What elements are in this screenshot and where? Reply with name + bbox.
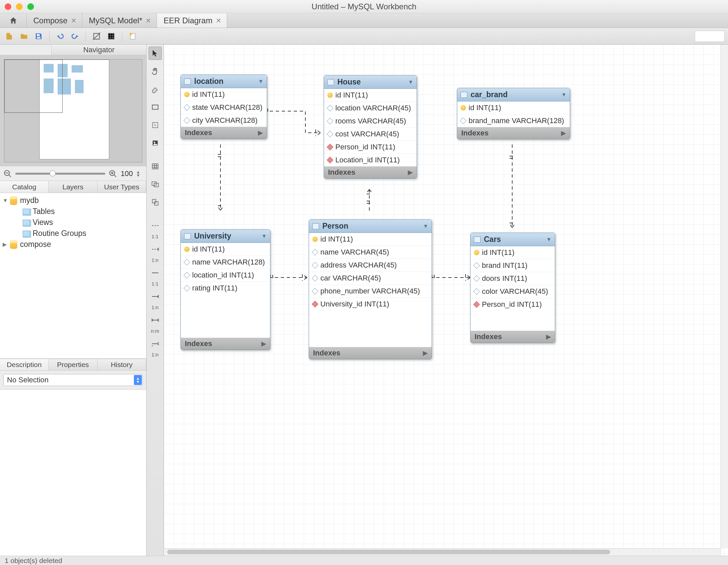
navigator-header-label: Navigator xyxy=(52,45,146,55)
column-text: id INT(11) xyxy=(469,104,501,112)
eraser-tool[interactable] xyxy=(149,83,162,96)
image-tool[interactable] xyxy=(149,137,162,150)
tree-label: Tables xyxy=(33,207,55,216)
new-table-tool[interactable] xyxy=(149,160,162,173)
toggle-grid-align-button[interactable] xyxy=(91,30,103,42)
open-file-button[interactable] xyxy=(18,30,30,42)
tree-item-compose[interactable]: ▶ compose xyxy=(3,239,144,250)
minimap-viewport[interactable] xyxy=(4,60,63,113)
properties-tab[interactable]: Properties xyxy=(49,359,97,370)
relation-n-m-tool[interactable] xyxy=(149,313,162,327)
tab-mysql-model[interactable]: MySQL Model* ✕ xyxy=(82,13,157,28)
svg-rect-0 xyxy=(37,34,40,36)
toolbar-search-input[interactable] xyxy=(695,31,725,42)
indexes-section[interactable]: Indexes▶ xyxy=(324,166,417,178)
tree-item-routine-groups[interactable]: Routine Groups xyxy=(3,228,144,239)
description-textarea[interactable] xyxy=(0,389,146,556)
catalog-tab[interactable]: Catalog xyxy=(0,181,49,193)
expand-icon: ▶ xyxy=(261,340,266,347)
column-icon xyxy=(183,259,190,266)
indexes-section[interactable]: Indexes▶ xyxy=(309,347,432,359)
close-icon[interactable]: ✕ xyxy=(216,17,221,25)
relation-1-n-id-tool[interactable] xyxy=(149,290,162,303)
note-tool[interactable]: N xyxy=(149,119,162,132)
layer-tool[interactable] xyxy=(149,101,162,114)
tree-item-views[interactable]: Views xyxy=(3,217,144,228)
close-icon[interactable]: ✕ xyxy=(146,17,151,25)
description-tab[interactable]: Description xyxy=(0,359,49,370)
relation-1-n-place-tool[interactable] xyxy=(149,337,162,350)
tool-palette: N 1:1 1:n 1:1 1:n n:m 1:n xyxy=(147,45,164,556)
indexes-section[interactable]: Indexes▶ xyxy=(457,127,570,139)
zoom-stepper[interactable]: ▲▼ xyxy=(136,170,143,177)
collapse-icon[interactable]: ▼ xyxy=(258,79,263,85)
relation-label: 1:n xyxy=(152,257,159,263)
close-window-button[interactable] xyxy=(5,3,11,10)
redo-button[interactable] xyxy=(69,30,81,42)
zoom-window-button[interactable] xyxy=(27,3,34,10)
catalog-tree[interactable]: ▼ mydb Tables Views Routine Groups ▶ com… xyxy=(0,193,146,359)
entity-name: location xyxy=(194,77,255,86)
collapse-icon[interactable]: ▼ xyxy=(546,237,551,243)
collapse-icon[interactable]: ▼ xyxy=(408,79,413,85)
layers-tab[interactable]: Layers xyxy=(49,181,97,193)
toggle-grid-button[interactable] xyxy=(105,30,117,42)
relation-1-1-id-tool[interactable] xyxy=(149,266,162,280)
hand-tool[interactable] xyxy=(149,65,162,78)
disclosure-triangle-icon[interactable]: ▼ xyxy=(3,198,7,204)
relation-icon xyxy=(151,245,160,254)
horizontal-scrollbar[interactable] xyxy=(164,548,721,556)
tab-compose[interactable]: Compose ✕ xyxy=(27,13,82,28)
diagram-minimap[interactable] xyxy=(4,59,142,162)
column-text: city VARCHAR(128) xyxy=(192,116,257,125)
relation-label: 1:n xyxy=(152,304,159,310)
column-icon xyxy=(473,288,480,295)
zoom-slider[interactable] xyxy=(15,173,105,175)
tree-item-mydb[interactable]: ▼ mydb xyxy=(3,195,144,206)
window-title: Untitled – MySQL Workbench xyxy=(312,2,417,11)
save-button[interactable] xyxy=(33,30,45,42)
relation-1-1-nonid-tool[interactable] xyxy=(149,219,162,232)
collapse-icon[interactable]: ▼ xyxy=(561,92,566,98)
indexes-section[interactable]: Indexes▶ xyxy=(181,127,267,139)
svg-rect-1 xyxy=(37,37,41,39)
entity-person[interactable]: Person▼ id INT(11) name VARCHAR(45) addr… xyxy=(309,219,432,359)
new-model-button[interactable] xyxy=(127,30,139,42)
pointer-tool[interactable] xyxy=(149,47,162,60)
tab-eer-diagram[interactable]: EER Diagram ✕ xyxy=(157,13,227,28)
column-icon xyxy=(312,275,318,282)
disclosure-triangle-icon[interactable]: ▶ xyxy=(3,241,7,248)
new-file-button[interactable] xyxy=(3,30,15,42)
history-tab[interactable]: History xyxy=(98,359,146,370)
user-types-tab[interactable]: User Types xyxy=(98,181,146,193)
tab-label: Compose xyxy=(33,16,68,25)
zoom-in-icon[interactable] xyxy=(109,169,117,178)
zoom-out-icon[interactable] xyxy=(3,169,12,178)
indexes-section[interactable]: Indexes▶ xyxy=(181,338,270,350)
svg-rect-20 xyxy=(152,199,156,203)
indexes-section[interactable]: Indexes▶ xyxy=(471,331,555,343)
close-icon[interactable]: ✕ xyxy=(71,17,77,25)
relation-1-n-nonid-tool[interactable] xyxy=(149,243,162,256)
entity-cars[interactable]: Cars▼ id INT(11) brand INT(11) doors INT… xyxy=(470,233,555,343)
table-icon xyxy=(327,79,334,85)
entity-university[interactable]: University▼ id INT(11) name VARCHAR(128)… xyxy=(181,229,270,350)
entity-location[interactable]: location▼ id INT(11) state VARCHAR(128) … xyxy=(181,75,267,139)
svg-rect-21 xyxy=(154,202,158,205)
relation-icon xyxy=(151,316,160,324)
column-text: doors INT(11) xyxy=(482,274,527,283)
new-routine-group-tool[interactable] xyxy=(149,196,162,209)
entity-car-brand[interactable]: car_brand▼ id INT(11) brand_name VARCHAR… xyxy=(457,88,570,140)
tree-item-tables[interactable]: Tables xyxy=(3,206,144,217)
entity-house[interactable]: House▼ id INT(11) location VARCHAR(45) r… xyxy=(324,75,417,179)
minimize-window-button[interactable] xyxy=(16,3,23,10)
new-view-tool[interactable] xyxy=(149,178,162,191)
collapse-icon[interactable]: ▼ xyxy=(261,233,267,239)
home-tab[interactable] xyxy=(0,13,27,28)
eer-diagram-canvas[interactable]: location▼ id INT(11) state VARCHAR(128) … xyxy=(164,45,728,556)
undo-button[interactable] xyxy=(54,30,66,42)
collapse-icon[interactable]: ▼ xyxy=(423,223,428,229)
column-text: name VARCHAR(128) xyxy=(192,258,265,267)
selection-dropdown[interactable]: No Selection ▲▼ xyxy=(3,374,143,386)
vertical-scrollbar[interactable] xyxy=(721,45,728,548)
